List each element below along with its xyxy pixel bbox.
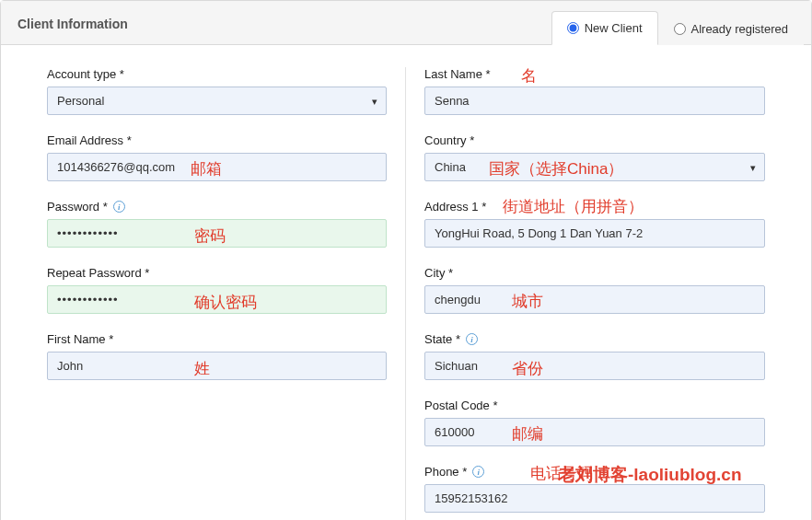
field-repeat-password: Repeat Password * 确认密码 [47, 266, 387, 314]
tab-registered-label: Already registered [691, 22, 789, 36]
postal-code-input[interactable] [424, 418, 765, 446]
tab-registered-radio[interactable] [674, 23, 686, 35]
tab-new-client[interactable]: New Client [551, 11, 658, 45]
info-icon: i [113, 201, 125, 213]
label-email: Email Address * [47, 133, 387, 147]
field-first-name: First Name * 姓 [47, 332, 387, 380]
state-input[interactable] [424, 352, 765, 380]
label-country: Country * [424, 133, 765, 147]
label-repeat-password: Repeat Password * [47, 266, 387, 280]
tab-new-client-radio[interactable] [567, 22, 579, 34]
label-first-name: First Name * [47, 332, 387, 346]
city-input[interactable] [424, 285, 765, 314]
field-password: Password * i 密码 [47, 200, 387, 248]
right-column: Last Name * 名 Country * China ▾ 国家（选择Chi… [406, 67, 783, 520]
field-phone: Phone * i 电话号码 老刘博客-laoliublog.cn [424, 465, 765, 513]
label-city: City * [424, 266, 765, 280]
panel-header: Client Information New Client Already re… [1, 1, 811, 45]
label-address1: Address 1 * [424, 200, 765, 214]
phone-input[interactable] [424, 484, 765, 513]
field-email: Email Address * 邮箱 [47, 133, 387, 181]
account-type-select[interactable]: Personal [47, 87, 387, 115]
client-type-tabs: New Client Already registered [551, 1, 804, 44]
tab-new-client-label: New Client [585, 21, 643, 35]
info-icon: i [472, 466, 484, 478]
label-postal-code: Postal Code * [424, 399, 765, 412]
field-state: State * i 省份 [424, 332, 765, 380]
first-name-input[interactable] [47, 352, 387, 380]
field-last-name: Last Name * 名 [424, 67, 765, 115]
panel-body: Account type * Personal ▾ Email Address … [1, 45, 811, 520]
field-country: Country * China ▾ 国家（选择China） [424, 133, 765, 181]
field-address1: Address 1 * 街道地址（用拼音） [424, 200, 765, 248]
label-phone: Phone * i [424, 465, 765, 479]
label-account-type: Account type * [47, 67, 387, 81]
label-last-name: Last Name * [424, 67, 765, 81]
password-input[interactable] [47, 219, 387, 248]
left-column: Account type * Personal ▾ Email Address … [29, 67, 406, 520]
label-password: Password * i [47, 200, 387, 214]
field-postal-code: Postal Code * 邮编 [424, 399, 765, 446]
last-name-input[interactable] [424, 87, 765, 115]
country-select[interactable]: China [424, 153, 765, 181]
address1-input[interactable] [424, 219, 765, 248]
field-account-type: Account type * Personal ▾ [47, 67, 387, 115]
field-city: City * 城市 [424, 266, 765, 314]
panel-title: Client Information [1, 2, 145, 44]
tab-already-registered[interactable]: Already registered [658, 12, 805, 45]
info-icon: i [466, 333, 478, 345]
client-information-panel: Client Information New Client Already re… [0, 0, 812, 520]
repeat-password-input[interactable] [47, 285, 387, 314]
email-input[interactable] [47, 153, 387, 181]
label-state: State * i [424, 332, 765, 346]
